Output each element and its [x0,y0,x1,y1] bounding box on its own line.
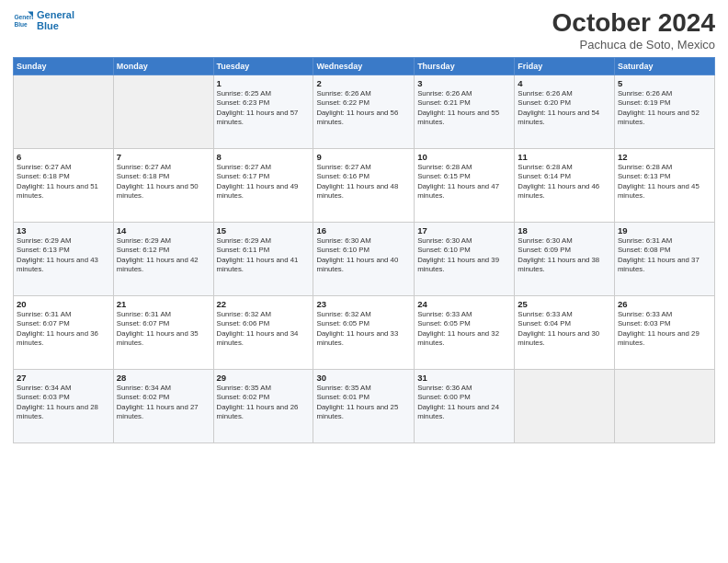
col-monday: Monday [113,57,213,75]
day-info: Sunrise: 6:30 AMSunset: 6:10 PMDaylight:… [316,236,411,275]
day-number: 29 [217,373,311,383]
calendar-cell: 6Sunrise: 6:27 AMSunset: 6:18 PMDaylight… [14,148,114,222]
calendar-cell: 16Sunrise: 6:30 AMSunset: 6:10 PMDayligh… [313,222,415,295]
day-number: 4 [518,78,611,88]
calendar-cell: 3Sunrise: 6:26 AMSunset: 6:21 PMDaylight… [415,75,515,148]
day-info: Sunrise: 6:35 AMSunset: 6:02 PMDaylight:… [217,384,311,422]
day-number: 27 [17,373,110,383]
col-saturday: Saturday [614,57,714,75]
calendar-cell: 24Sunrise: 6:33 AMSunset: 6:05 PMDayligh… [415,295,515,369]
svg-text:General: General [14,14,33,20]
calendar-cell [614,369,714,442]
day-info: Sunrise: 6:33 AMSunset: 6:03 PMDaylight:… [618,310,711,349]
day-info: Sunrise: 6:26 AMSunset: 6:19 PMDaylight:… [618,89,711,128]
day-info: Sunrise: 6:34 AMSunset: 6:02 PMDaylight:… [117,384,210,422]
day-info: Sunrise: 6:28 AMSunset: 6:13 PMDaylight:… [618,163,711,201]
day-info: Sunrise: 6:30 AMSunset: 6:10 PMDaylight:… [417,236,511,275]
calendar-cell: 21Sunrise: 6:31 AMSunset: 6:07 PMDayligh… [113,295,213,369]
day-number: 26 [618,299,711,309]
calendar-cell: 18Sunrise: 6:30 AMSunset: 6:09 PMDayligh… [515,222,615,295]
day-info: Sunrise: 6:28 AMSunset: 6:14 PMDaylight:… [518,163,611,201]
day-number: 7 [117,152,210,162]
logo: General Blue General Blue [13,9,74,31]
day-info: Sunrise: 6:35 AMSunset: 6:01 PMDaylight:… [316,384,411,422]
day-info: Sunrise: 6:26 AMSunset: 6:22 PMDaylight:… [316,89,411,128]
day-number: 20 [17,299,110,309]
day-info: Sunrise: 6:33 AMSunset: 6:05 PMDaylight:… [417,310,511,349]
day-number: 16 [316,225,411,236]
day-number: 10 [417,152,511,162]
day-number: 22 [217,299,311,309]
day-info: Sunrise: 6:29 AMSunset: 6:11 PMDaylight:… [217,236,311,275]
day-number: 11 [518,152,611,162]
day-number: 1 [217,78,311,88]
day-number: 12 [618,152,711,162]
day-info: Sunrise: 6:31 AMSunset: 6:08 PMDaylight:… [618,236,711,275]
location-subtitle: Pachuca de Soto, Mexico [552,38,715,52]
day-info: Sunrise: 6:28 AMSunset: 6:15 PMDaylight:… [417,163,511,201]
day-number: 31 [417,373,511,383]
calendar-cell: 11Sunrise: 6:28 AMSunset: 6:14 PMDayligh… [515,148,615,222]
calendar-cell: 29Sunrise: 6:35 AMSunset: 6:02 PMDayligh… [213,369,313,442]
day-info: Sunrise: 6:34 AMSunset: 6:03 PMDaylight:… [17,384,110,422]
calendar-cell: 4Sunrise: 6:26 AMSunset: 6:20 PMDaylight… [515,75,615,148]
day-number: 2 [316,78,411,88]
day-number: 14 [117,225,210,236]
day-info: Sunrise: 6:31 AMSunset: 6:07 PMDaylight:… [17,310,110,349]
logo-general: General [37,9,74,20]
day-info: Sunrise: 6:26 AMSunset: 6:20 PMDaylight:… [518,89,611,128]
calendar-cell: 28Sunrise: 6:34 AMSunset: 6:02 PMDayligh… [113,369,213,442]
day-info: Sunrise: 6:26 AMSunset: 6:21 PMDaylight:… [417,89,511,128]
calendar-cell [515,369,615,442]
calendar-cell: 1Sunrise: 6:25 AMSunset: 6:23 PMDaylight… [213,75,313,148]
day-number: 18 [518,225,611,236]
title-block: October 2024 Pachuca de Soto, Mexico [552,9,715,52]
calendar-cell: 25Sunrise: 6:33 AMSunset: 6:04 PMDayligh… [515,295,615,369]
calendar-cell: 14Sunrise: 6:29 AMSunset: 6:12 PMDayligh… [113,222,213,295]
day-number: 23 [316,299,411,309]
day-info: Sunrise: 6:30 AMSunset: 6:09 PMDaylight:… [518,236,611,275]
calendar-cell: 5Sunrise: 6:26 AMSunset: 6:19 PMDaylight… [614,75,714,148]
day-info: Sunrise: 6:27 AMSunset: 6:17 PMDaylight:… [217,163,311,201]
calendar-cell: 26Sunrise: 6:33 AMSunset: 6:03 PMDayligh… [614,295,714,369]
calendar-cell: 9Sunrise: 6:27 AMSunset: 6:16 PMDaylight… [313,148,415,222]
calendar-cell: 31Sunrise: 6:36 AMSunset: 6:00 PMDayligh… [415,369,515,442]
calendar-cell: 15Sunrise: 6:29 AMSunset: 6:11 PMDayligh… [213,222,313,295]
calendar-cell: 12Sunrise: 6:28 AMSunset: 6:13 PMDayligh… [614,148,714,222]
day-number: 28 [117,373,210,383]
day-number: 21 [117,299,210,309]
calendar-cell: 19Sunrise: 6:31 AMSunset: 6:08 PMDayligh… [614,222,714,295]
calendar-cell: 2Sunrise: 6:26 AMSunset: 6:22 PMDaylight… [313,75,415,148]
day-info: Sunrise: 6:31 AMSunset: 6:07 PMDaylight:… [117,310,210,349]
calendar-cell: 13Sunrise: 6:29 AMSunset: 6:13 PMDayligh… [14,222,114,295]
calendar-cell: 30Sunrise: 6:35 AMSunset: 6:01 PMDayligh… [313,369,415,442]
day-number: 6 [17,152,110,162]
header: General Blue General Blue October 2024 P… [13,9,715,52]
day-info: Sunrise: 6:32 AMSunset: 6:06 PMDaylight:… [217,310,311,349]
logo-blue: Blue [37,20,74,31]
day-info: Sunrise: 6:27 AMSunset: 6:16 PMDaylight:… [316,163,411,201]
calendar-cell: 7Sunrise: 6:27 AMSunset: 6:18 PMDaylight… [113,148,213,222]
day-number: 9 [316,152,411,162]
calendar-cell: 17Sunrise: 6:30 AMSunset: 6:10 PMDayligh… [415,222,515,295]
col-sunday: Sunday [14,57,114,75]
day-info: Sunrise: 6:27 AMSunset: 6:18 PMDaylight:… [17,163,110,201]
month-title: October 2024 [552,9,715,38]
calendar-cell: 10Sunrise: 6:28 AMSunset: 6:15 PMDayligh… [415,148,515,222]
calendar-cell: 27Sunrise: 6:34 AMSunset: 6:03 PMDayligh… [14,369,114,442]
svg-text:Blue: Blue [14,21,28,28]
logo-icon: General Blue [13,10,33,30]
day-number: 30 [316,373,411,383]
day-number: 17 [417,225,511,236]
day-number: 15 [217,225,311,236]
day-info: Sunrise: 6:25 AMSunset: 6:23 PMDaylight:… [217,89,311,128]
day-info: Sunrise: 6:36 AMSunset: 6:00 PMDaylight:… [417,384,511,422]
col-tuesday: Tuesday [213,57,313,75]
calendar-cell [113,75,213,148]
day-info: Sunrise: 6:33 AMSunset: 6:04 PMDaylight:… [518,310,611,349]
day-info: Sunrise: 6:29 AMSunset: 6:12 PMDaylight:… [117,236,210,275]
col-friday: Friday [515,57,615,75]
day-info: Sunrise: 6:32 AMSunset: 6:05 PMDaylight:… [316,310,411,349]
col-thursday: Thursday [415,57,515,75]
col-wednesday: Wednesday [313,57,415,75]
